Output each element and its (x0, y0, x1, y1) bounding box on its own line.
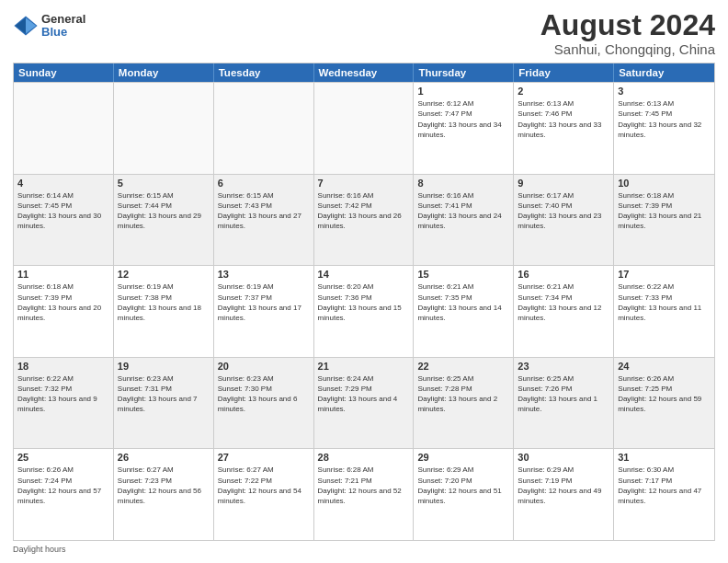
day-number: 23 (518, 361, 609, 372)
day-info: Sunrise: 6:14 AM Sunset: 7:45 PM Dayligh… (17, 190, 109, 232)
svg-marker-2 (16, 18, 26, 34)
logo-text: General Blue (41, 13, 85, 40)
day-info: Sunrise: 6:27 AM Sunset: 7:23 PM Dayligh… (118, 465, 210, 506)
day-number: 5 (118, 178, 210, 189)
logo-icon (13, 13, 39, 39)
day-number: 18 (17, 361, 109, 372)
day-info: Sunrise: 6:25 AM Sunset: 7:26 PM Dayligh… (518, 373, 609, 415)
cal-cell: 15Sunrise: 6:21 AM Sunset: 7:35 PM Dayli… (414, 266, 514, 357)
day-number: 14 (318, 269, 410, 280)
day-number: 28 (318, 452, 410, 463)
week-row-1: 1Sunrise: 6:12 AM Sunset: 7:47 PM Daylig… (14, 82, 714, 174)
cal-cell: 26Sunrise: 6:27 AM Sunset: 7:23 PM Dayli… (114, 449, 214, 540)
cal-cell: 31Sunrise: 6:30 AM Sunset: 7:17 PM Dayli… (614, 449, 714, 540)
day-number: 10 (618, 178, 711, 189)
day-info: Sunrise: 6:22 AM Sunset: 7:32 PM Dayligh… (17, 373, 109, 415)
day-number: 3 (618, 86, 711, 97)
day-of-week-thursday: Thursday (414, 63, 514, 82)
day-info: Sunrise: 6:25 AM Sunset: 7:28 PM Dayligh… (417, 373, 509, 415)
logo: General Blue (13, 13, 85, 40)
day-info: Sunrise: 6:26 AM Sunset: 7:24 PM Dayligh… (17, 465, 109, 506)
subtitle: Sanhui, Chongqing, China (540, 41, 715, 57)
day-number: 16 (518, 269, 609, 280)
cal-cell (214, 83, 314, 174)
day-of-week-sunday: Sunday (14, 63, 114, 82)
day-info: Sunrise: 6:21 AM Sunset: 7:34 PM Dayligh… (518, 282, 609, 323)
cal-cell: 30Sunrise: 6:29 AM Sunset: 7:19 PM Dayli… (514, 449, 614, 540)
day-info: Sunrise: 6:23 AM Sunset: 7:31 PM Dayligh… (118, 373, 210, 415)
logo-general: General (41, 13, 85, 26)
day-number: 2 (518, 86, 609, 97)
cal-cell: 20Sunrise: 6:23 AM Sunset: 7:30 PM Dayli… (214, 358, 314, 449)
day-info: Sunrise: 6:29 AM Sunset: 7:20 PM Dayligh… (417, 465, 509, 506)
week-row-5: 25Sunrise: 6:26 AM Sunset: 7:24 PM Dayli… (14, 448, 714, 540)
day-info: Sunrise: 6:19 AM Sunset: 7:37 PM Dayligh… (218, 282, 310, 323)
day-info: Sunrise: 6:23 AM Sunset: 7:30 PM Dayligh… (218, 373, 310, 415)
day-info: Sunrise: 6:27 AM Sunset: 7:22 PM Dayligh… (218, 465, 310, 506)
day-number: 29 (417, 452, 509, 463)
daylight-hours-label: Daylight hours (13, 545, 66, 554)
cal-cell: 25Sunrise: 6:26 AM Sunset: 7:24 PM Dayli… (14, 449, 114, 540)
cal-cell (14, 83, 114, 174)
day-number: 4 (17, 178, 109, 189)
day-info: Sunrise: 6:20 AM Sunset: 7:36 PM Dayligh… (318, 282, 410, 323)
day-info: Sunrise: 6:15 AM Sunset: 7:44 PM Dayligh… (118, 190, 210, 232)
day-info: Sunrise: 6:13 AM Sunset: 7:46 PM Dayligh… (518, 98, 609, 140)
cal-cell: 19Sunrise: 6:23 AM Sunset: 7:31 PM Dayli… (114, 358, 214, 449)
cal-cell: 11Sunrise: 6:18 AM Sunset: 7:39 PM Dayli… (14, 266, 114, 357)
day-number: 6 (218, 178, 310, 189)
day-number: 31 (618, 452, 711, 463)
day-info: Sunrise: 6:24 AM Sunset: 7:29 PM Dayligh… (318, 373, 410, 415)
cal-cell: 14Sunrise: 6:20 AM Sunset: 7:36 PM Dayli… (314, 266, 415, 357)
day-info: Sunrise: 6:15 AM Sunset: 7:43 PM Dayligh… (218, 190, 310, 232)
day-number: 27 (218, 452, 310, 463)
cal-cell (314, 83, 415, 174)
cal-cell: 17Sunrise: 6:22 AM Sunset: 7:33 PM Dayli… (614, 266, 714, 357)
day-of-week-tuesday: Tuesday (214, 63, 314, 82)
title-block: August 2024 Sanhui, Chongqing, China (540, 9, 715, 57)
day-info: Sunrise: 6:18 AM Sunset: 7:39 PM Dayligh… (17, 282, 109, 323)
cal-cell: 6Sunrise: 6:15 AM Sunset: 7:43 PM Daylig… (214, 175, 314, 266)
day-info: Sunrise: 6:22 AM Sunset: 7:33 PM Dayligh… (618, 282, 711, 323)
calendar-body: 1Sunrise: 6:12 AM Sunset: 7:47 PM Daylig… (14, 82, 714, 540)
day-of-week-saturday: Saturday (614, 63, 714, 82)
day-info: Sunrise: 6:17 AM Sunset: 7:40 PM Dayligh… (518, 190, 609, 232)
cal-cell: 7Sunrise: 6:16 AM Sunset: 7:42 PM Daylig… (314, 175, 415, 266)
cal-cell: 13Sunrise: 6:19 AM Sunset: 7:37 PM Dayli… (214, 266, 314, 357)
cal-cell: 1Sunrise: 6:12 AM Sunset: 7:47 PM Daylig… (414, 83, 514, 174)
day-number: 21 (318, 361, 410, 372)
svg-marker-1 (26, 18, 36, 34)
day-info: Sunrise: 6:16 AM Sunset: 7:41 PM Dayligh… (417, 190, 509, 232)
day-info: Sunrise: 6:30 AM Sunset: 7:17 PM Dayligh… (618, 465, 711, 506)
day-number: 17 (618, 269, 711, 280)
cal-cell: 18Sunrise: 6:22 AM Sunset: 7:32 PM Dayli… (14, 358, 114, 449)
day-number: 24 (618, 361, 711, 372)
cal-cell: 9Sunrise: 6:17 AM Sunset: 7:40 PM Daylig… (514, 175, 614, 266)
cal-cell: 5Sunrise: 6:15 AM Sunset: 7:44 PM Daylig… (114, 175, 214, 266)
week-row-2: 4Sunrise: 6:14 AM Sunset: 7:45 PM Daylig… (14, 174, 714, 266)
cal-cell: 24Sunrise: 6:26 AM Sunset: 7:25 PM Dayli… (614, 358, 714, 449)
week-row-3: 11Sunrise: 6:18 AM Sunset: 7:39 PM Dayli… (14, 265, 714, 357)
day-number: 7 (318, 178, 410, 189)
cal-cell: 29Sunrise: 6:29 AM Sunset: 7:20 PM Dayli… (414, 449, 514, 540)
day-info: Sunrise: 6:28 AM Sunset: 7:21 PM Dayligh… (318, 465, 410, 506)
day-info: Sunrise: 6:12 AM Sunset: 7:47 PM Dayligh… (417, 98, 509, 140)
day-number: 30 (518, 452, 609, 463)
day-number: 19 (118, 361, 210, 372)
day-number: 13 (218, 269, 310, 280)
page: General Blue August 2024 Sanhui, Chongqi… (0, 0, 728, 563)
day-of-week-monday: Monday (114, 63, 214, 82)
day-info: Sunrise: 6:26 AM Sunset: 7:25 PM Dayligh… (618, 373, 711, 415)
cal-cell: 2Sunrise: 6:13 AM Sunset: 7:46 PM Daylig… (514, 83, 614, 174)
day-number: 22 (417, 361, 509, 372)
day-number: 26 (118, 452, 210, 463)
header: General Blue August 2024 Sanhui, Chongqi… (13, 9, 715, 57)
cal-cell: 22Sunrise: 6:25 AM Sunset: 7:28 PM Dayli… (414, 358, 514, 449)
day-number: 8 (417, 178, 509, 189)
cal-cell: 3Sunrise: 6:13 AM Sunset: 7:45 PM Daylig… (614, 83, 714, 174)
cal-cell: 21Sunrise: 6:24 AM Sunset: 7:29 PM Dayli… (314, 358, 415, 449)
cal-cell: 28Sunrise: 6:28 AM Sunset: 7:21 PM Dayli… (314, 449, 415, 540)
calendar: SundayMondayTuesdayWednesdayThursdayFrid… (13, 63, 715, 541)
day-info: Sunrise: 6:21 AM Sunset: 7:35 PM Dayligh… (417, 282, 509, 323)
day-number: 11 (17, 269, 109, 280)
